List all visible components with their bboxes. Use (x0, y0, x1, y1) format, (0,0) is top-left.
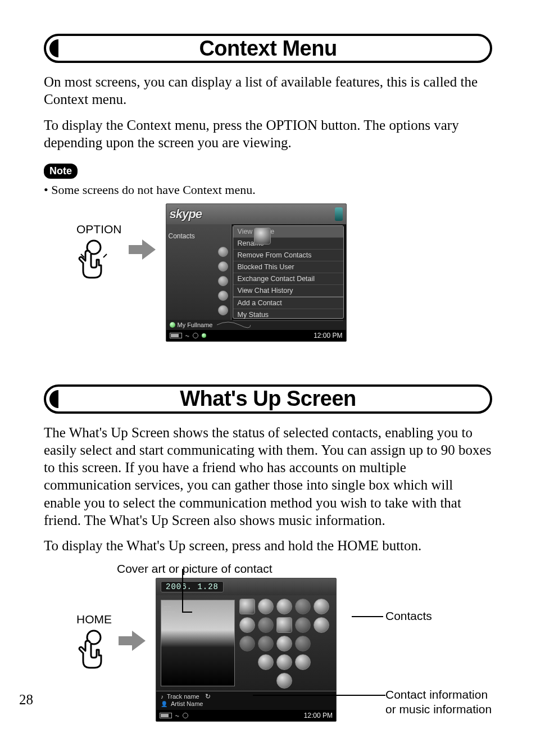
skype-logo: skype (170, 207, 202, 221)
menu-item-add-contact[interactable]: Add a Contact (233, 297, 343, 309)
contact-icon[interactable] (314, 599, 329, 614)
contact-icon[interactable] (258, 617, 274, 633)
ctx-paragraph-2: To display the Context menu, press the O… (44, 116, 492, 152)
hand-press-icon (76, 630, 111, 680)
menu-item-rename[interactable]: Rename (233, 238, 343, 250)
contacts-grid (235, 595, 336, 691)
leader-line (253, 695, 385, 696)
ctx-paragraph-1: On most screens, you can display a list … (44, 73, 492, 108)
callout-contacts: Contacts (385, 609, 432, 623)
contact-icon[interactable] (239, 617, 255, 633)
page-number: 28 (19, 692, 33, 708)
wup-status-bar: ⏦ 12:00 PM (156, 710, 336, 721)
wup-date-label: 2006. 1.28 (161, 581, 224, 592)
presence-icon (218, 247, 228, 257)
contact-icon[interactable] (276, 636, 292, 651)
svg-line-2 (103, 254, 107, 257)
presence-icon (218, 261, 228, 271)
presence-icon (218, 305, 228, 315)
menu-item-view-profile[interactable]: View Profile (233, 226, 343, 238)
arrow-right-icon (129, 238, 156, 261)
contacts-label: Contacts (169, 232, 229, 240)
cover-art: …………… (161, 600, 235, 686)
status-dot-icon (170, 322, 175, 328)
contact-icon[interactable] (276, 599, 292, 614)
heading-context-menu: Context Menu (44, 34, 492, 63)
battery-icon (170, 333, 182, 338)
globe-icon (183, 713, 188, 718)
menu-item-remove-contact[interactable]: Remove From Contacts (233, 250, 343, 261)
menu-item-blocked-user[interactable]: Blocked This User (233, 261, 343, 273)
globe-icon (193, 333, 198, 338)
wifi-icon: ⏦ (175, 712, 179, 719)
contact-icon[interactable] (295, 654, 311, 670)
contact-icon[interactable] (258, 636, 274, 651)
wup-track-info: ♪Track name↻ 👤Artist Name (156, 691, 336, 710)
ctx-note-bullet: • Some screens do not have Context menu. (44, 182, 492, 198)
menu-item-view-chat-history[interactable]: View Chat History (233, 285, 343, 297)
option-button-label: OPTION (76, 223, 122, 236)
contact-icon[interactable] (295, 599, 311, 614)
leader-curve-icon (217, 322, 251, 328)
contact-icon[interactable] (295, 617, 311, 633)
leader-line (182, 612, 192, 613)
callout-info-line2: or music information (385, 703, 492, 716)
callout-info-line1: Contact information (385, 688, 488, 701)
hand-press-icon (76, 239, 111, 290)
wup-paragraph-1: The What's Up Screen shows the status of… (44, 424, 492, 529)
clock-label: 12:00 PM (304, 712, 333, 719)
contact-icon[interactable] (239, 636, 255, 651)
contact-icon[interactable] (258, 654, 274, 670)
arrow-right-icon (119, 630, 146, 652)
note-badge: Note (44, 164, 78, 179)
artist-icon: 👤 (161, 701, 167, 707)
cover-marker-icon (165, 623, 169, 627)
ctx-fullname-row: My Fullname (166, 320, 346, 330)
leader-line (182, 569, 183, 612)
heading-whats-up-title: What's Up Screen (180, 387, 356, 411)
heading-context-menu-title: Context Menu (199, 37, 337, 61)
heading-whats-up: What's Up Screen (44, 384, 492, 414)
contact-icon[interactable] (314, 617, 329, 633)
clock-label: 12:00 PM (314, 332, 342, 339)
presence-icon (218, 276, 228, 286)
caption-cover-art: Cover art or picture of contact (117, 562, 492, 576)
repeat-icon: ↻ (205, 692, 211, 700)
flag-icon (335, 207, 343, 221)
menu-item-my-status[interactable]: My Status (233, 309, 343, 321)
menu-item-exchange-detail[interactable]: Exchange Contact Detail (233, 273, 343, 285)
presence-icon (218, 291, 228, 301)
status-dot-icon (202, 333, 206, 338)
ctx-status-bar: ⏦ 12:00 PM (166, 330, 346, 341)
wup-paragraph-2: To display the What's Up screen, press a… (44, 537, 492, 554)
ctx-figure: OPTION skype Contacts (76, 203, 492, 342)
artist-name-label: Artist Name (171, 700, 203, 707)
battery-icon (160, 713, 172, 718)
wifi-icon: ⏦ (185, 332, 189, 339)
contact-icon[interactable] (276, 617, 292, 633)
contact-icon[interactable] (276, 673, 292, 689)
contact-icon[interactable] (239, 599, 255, 614)
home-button-label: HOME (76, 613, 112, 626)
track-name-label: Track name (167, 693, 199, 700)
avatar-icon (254, 228, 271, 245)
contact-icon[interactable] (276, 654, 292, 670)
svg-marker-5 (119, 631, 146, 651)
ctx-device-screen: skype Contacts View Profile Rename Remov… (166, 203, 347, 342)
my-fullname-label: My Fullname (178, 322, 213, 328)
contact-icon[interactable] (295, 636, 311, 651)
ctx-left-panel: Contacts (166, 224, 231, 320)
contact-icon[interactable] (258, 599, 274, 614)
svg-marker-3 (129, 239, 156, 260)
leader-line (352, 616, 383, 617)
music-note-icon: ♪ (161, 694, 163, 700)
context-menu-popup: View Profile Rename Remove From Contacts… (233, 225, 344, 319)
